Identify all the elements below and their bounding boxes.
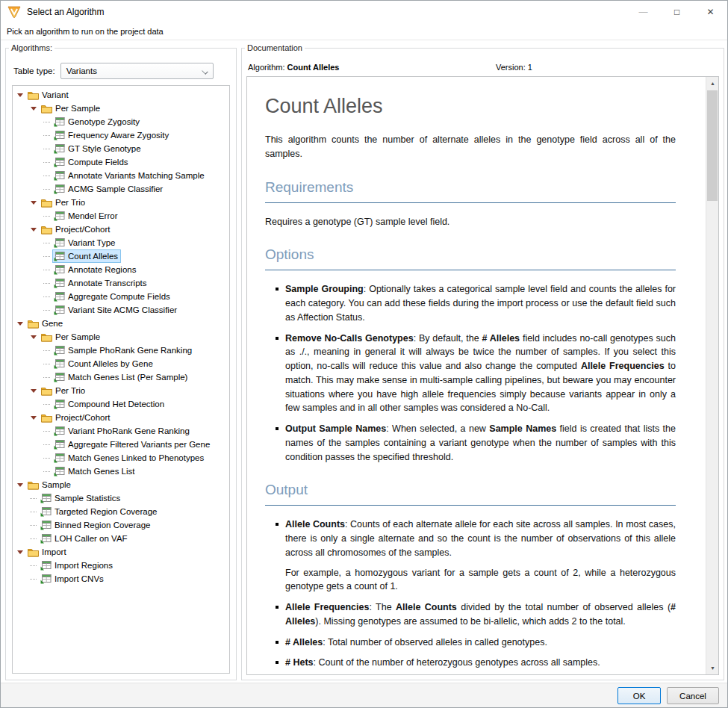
expander-down-icon[interactable] (17, 322, 23, 326)
tree-item-variant-site-acmg-classifier[interactable]: Variant Site ACMG Classifier (13, 303, 229, 317)
tree-item-body[interactable]: Sample (27, 479, 73, 491)
tree-item-body[interactable]: Variant (27, 90, 71, 101)
tree-item-body[interactable]: Aggregate Filtered Variants per Gene (53, 438, 212, 450)
tree-item-body[interactable]: Gene (27, 318, 65, 329)
tree-item-body[interactable]: Per Sample (40, 332, 102, 343)
expander-down-icon[interactable] (17, 483, 23, 487)
tree-item-body[interactable]: Annotate Variants Matching Sample (53, 170, 207, 181)
table-type-select[interactable]: Variants (60, 63, 214, 79)
tree-item-variant-phorank-gene-ranking[interactable]: Variant PhoRank Gene Ranking (13, 424, 229, 438)
tree-item-body[interactable]: Sample Statistics (40, 492, 122, 504)
tree-item-binned-region-coverage[interactable]: Binned Region Coverage (13, 518, 229, 532)
tree-item-sample-phorank-gene-ranking[interactable]: Sample PhoRank Gene Ranking (13, 344, 229, 357)
folder-icon (28, 319, 39, 329)
tree-item-body[interactable]: Mendel Error (53, 210, 119, 222)
title-bar[interactable]: Select an Algorithm — □ ✕ (1, 1, 727, 23)
tree-item-acmg-sample-classifier[interactable]: ACMG Sample Classifier (13, 182, 229, 196)
tree-item-genotype-zygosity[interactable]: Genotype Zygosity (13, 115, 229, 128)
tree-item-project-cohort[interactable]: Project/Cohort (13, 223, 229, 236)
scroll-down-icon[interactable]: ▼ (706, 662, 719, 674)
expander-down-icon[interactable] (17, 93, 23, 97)
tree-item-body[interactable]: Count Alleles by Gene (53, 358, 155, 370)
tree-item-count-alleles[interactable]: Count Alleles (13, 249, 229, 263)
tree-indent (13, 471, 43, 472)
scroll-up-icon[interactable]: ▲ (706, 77, 719, 90)
tree-item-targeted-region-coverage[interactable]: Targeted Region Coverage (13, 505, 229, 518)
tree-item-compound-het-detection[interactable]: Compound Het Detection (13, 397, 229, 411)
algorithm-table-icon (40, 574, 52, 584)
doc-scrollbar[interactable]: ▲ ▼ (706, 77, 718, 674)
tree-item-body[interactable]: Aggregate Compute Fields (53, 291, 172, 302)
tree-item-sample-statistics[interactable]: Sample Statistics (13, 491, 229, 505)
tree-item-body[interactable]: Frequency Aware Zygosity (53, 129, 171, 141)
tree-item-import-regions[interactable]: Import Regions (13, 559, 229, 572)
tree-item-body[interactable]: Match Genes List (53, 465, 137, 477)
tree-item-count-alleles-by-gene[interactable]: Count Alleles by Gene (13, 357, 229, 370)
tree-item-body[interactable]: Compute Fields (53, 156, 131, 168)
tree-item-aggregate-filtered-variants-per-gene[interactable]: Aggregate Filtered Variants per Gene (13, 438, 229, 451)
tree-item-body[interactable]: Sample PhoRank Gene Ranking (53, 344, 194, 356)
tree-item-variant[interactable]: Variant (13, 88, 229, 102)
tree-item-annotate-transcripts[interactable]: Annotate Transcripts (13, 276, 229, 290)
tree-item-body[interactable]: Variant PhoRank Gene Ranking (53, 425, 192, 437)
scrollbar-thumb[interactable] (707, 90, 718, 201)
tree-item-annotate-variants-matching-sample[interactable]: Annotate Variants Matching Sample (13, 169, 229, 182)
minimize-button[interactable]: — (626, 1, 660, 23)
tree-item-body[interactable]: Project/Cohort (40, 224, 113, 235)
tree-item-sample[interactable]: Sample (13, 478, 229, 491)
tree-item-body[interactable]: Import Regions (40, 559, 115, 571)
tree-item-match-genes-linked-to-phenotypes[interactable]: Match Genes Linked to Phenotypes (13, 451, 229, 465)
tree-item-body[interactable]: Import CNVs (40, 573, 106, 585)
tree-item-per-sample[interactable]: Per Sample (13, 102, 229, 115)
tree-item-body[interactable]: GT Style Genotype (53, 143, 143, 155)
tree-item-loh-caller-on-vaf[interactable]: LOH Caller on VAF (13, 532, 229, 545)
tree-item-body[interactable]: Variant Type (53, 237, 118, 249)
tree-item-body[interactable]: Targeted Region Coverage (40, 506, 159, 518)
tree-item-gt-style-genotype[interactable]: GT Style Genotype (13, 142, 229, 155)
tree-item-body[interactable]: Variant Site ACMG Classifier (53, 304, 179, 316)
tree-item-frequency-aware-zygosity[interactable]: Frequency Aware Zygosity (13, 128, 229, 142)
tree-item-body[interactable]: Match Genes Linked to Phenotypes (53, 452, 206, 464)
expander-down-icon[interactable] (31, 107, 37, 111)
expander-down-icon[interactable] (31, 389, 37, 393)
tree-item-body[interactable]: ACMG Sample Classifier (53, 183, 165, 195)
tree-item-per-sample[interactable]: Per Sample (13, 330, 229, 344)
close-button[interactable]: ✕ (694, 1, 727, 23)
tree-item-body[interactable]: Per Trio (40, 385, 87, 397)
tree-indent (13, 498, 29, 499)
tree-item-import-cnvs[interactable]: Import CNVs (13, 572, 229, 586)
tree-item-body[interactable]: Import (27, 547, 69, 558)
tree-item-match-genes-list[interactable]: Match Genes List (13, 465, 229, 478)
expander-down-icon[interactable] (31, 416, 37, 420)
cancel-button[interactable]: Cancel (667, 687, 719, 704)
tree-item-body[interactable]: Annotate Regions (53, 264, 138, 276)
expander-down-icon[interactable] (31, 335, 37, 339)
tree-item-body[interactable]: Binned Region Coverage (40, 519, 153, 531)
tree-item-annotate-regions[interactable]: Annotate Regions (13, 263, 229, 276)
expander-down-icon[interactable] (31, 201, 37, 205)
tree-item-match-genes-list-per-sample[interactable]: Match Genes List (Per Sample) (13, 370, 229, 384)
tree-item-mendel-error[interactable]: Mendel Error (13, 209, 229, 223)
ok-button[interactable]: OK (617, 687, 661, 704)
tree-item-body[interactable]: Annotate Transcripts (53, 277, 149, 289)
expander-down-icon[interactable] (17, 550, 23, 554)
tree-item-body[interactable]: Match Genes List (Per Sample) (53, 371, 190, 383)
tree-item-body[interactable]: Compound Het Detection (53, 398, 167, 410)
tree-item-body[interactable]: Per Sample (40, 103, 102, 114)
tree-item-gene[interactable]: Gene (13, 317, 229, 330)
tree-item-per-trio[interactable]: Per Trio (13, 384, 229, 397)
tree-item-body[interactable]: Per Trio (40, 197, 87, 208)
tree-item-body[interactable]: LOH Caller on VAF (40, 532, 130, 544)
tree-item-body[interactable]: Project/Cohort (40, 412, 113, 423)
tree-item-compute-fields[interactable]: Compute Fields (13, 155, 229, 169)
tree-item-per-trio[interactable]: Per Trio (13, 196, 229, 209)
tree-item-body[interactable]: Count Alleles (53, 250, 120, 262)
maximize-button[interactable]: □ (660, 1, 694, 23)
tree-item-body[interactable]: Genotype Zygosity (53, 116, 142, 128)
tree-item-project-cohort[interactable]: Project/Cohort (13, 411, 229, 424)
tree-item-aggregate-compute-fields[interactable]: Aggregate Compute Fields (13, 290, 229, 303)
tree-item-variant-type[interactable]: Variant Type (13, 236, 229, 249)
tree-item-import[interactable]: Import (13, 545, 229, 559)
expander-down-icon[interactable] (31, 228, 37, 232)
tree-connector-line (43, 149, 50, 149)
